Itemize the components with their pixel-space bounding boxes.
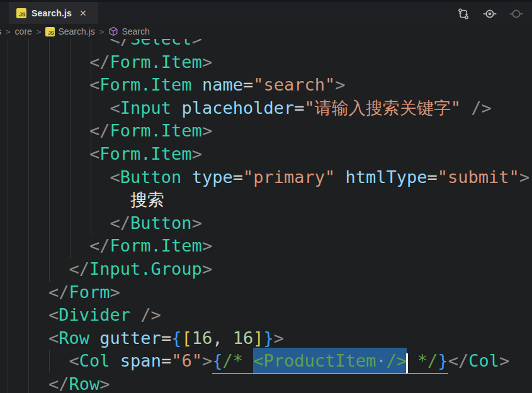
tab-search-js[interactable]: JS Search.js ✕ bbox=[9, 2, 98, 24]
code-token: > bbox=[110, 282, 120, 302]
code-lines[interactable]: </Select> </Form.Item> <Form.Item name="… bbox=[8, 28, 532, 393]
code-token: } bbox=[438, 351, 448, 374]
code-token bbox=[192, 75, 202, 94]
code-token: <ProductItem bbox=[253, 348, 376, 374]
code-token: Form.Item bbox=[110, 121, 202, 140]
code-token: [ bbox=[181, 328, 191, 348]
code-token bbox=[8, 374, 48, 393]
breadcrumb-symbol-label: Search bbox=[122, 26, 149, 36]
code-line[interactable]: <Row gutter={[16, 16]}> bbox=[8, 327, 532, 350]
code-token: </ bbox=[448, 351, 469, 370]
tab-bar: JS Search.js ✕ bbox=[0, 0, 532, 24]
code-token bbox=[110, 351, 120, 370]
code-token bbox=[89, 328, 99, 348]
code-token bbox=[8, 259, 69, 279]
close-tab-icon[interactable]: ✕ bbox=[79, 8, 87, 18]
code-token: · bbox=[376, 348, 386, 374]
code-line[interactable]: </Form.Item> bbox=[8, 235, 532, 258]
code-token: placeholder bbox=[181, 98, 294, 118]
code-token: */ bbox=[407, 351, 438, 374]
code-token: Form.Item bbox=[99, 75, 191, 94]
code-token: Row bbox=[69, 374, 100, 393]
code-token: 16 bbox=[192, 328, 213, 348]
code-token: = bbox=[427, 167, 438, 187]
breadcrumb-item-core[interactable]: core bbox=[15, 26, 32, 36]
code-line[interactable]: <Input placeholder="请输入搜索关键字" /> bbox=[8, 97, 532, 120]
code-token: name bbox=[202, 75, 243, 94]
code-token: Button bbox=[130, 213, 192, 233]
code-token bbox=[8, 190, 130, 209]
symbol-cube-icon bbox=[108, 26, 118, 36]
breadcrumb-clipped-item[interactable]: s bbox=[0, 26, 1, 36]
code-token: /> bbox=[140, 305, 161, 324]
code-token: htmlType bbox=[346, 167, 427, 187]
code-token: > bbox=[519, 167, 529, 187]
code-token: { bbox=[171, 328, 181, 348]
tab-label: Search.js bbox=[31, 8, 72, 18]
code-line[interactable]: </Row> bbox=[8, 373, 532, 393]
code-token: ] bbox=[253, 328, 263, 348]
code-token bbox=[8, 282, 48, 302]
code-line[interactable]: 搜索 bbox=[8, 189, 532, 212]
compare-changes-icon[interactable] bbox=[456, 7, 470, 21]
code-token bbox=[171, 98, 181, 118]
code-token: < bbox=[110, 98, 120, 118]
code-token bbox=[8, 144, 89, 163]
code-token: < bbox=[69, 351, 79, 370]
code-token: } bbox=[264, 328, 274, 348]
code-token bbox=[8, 167, 110, 187]
code-token: /> bbox=[471, 98, 492, 118]
code-line[interactable]: <Button type="primary" htmlType="submit"… bbox=[8, 166, 532, 189]
breadcrumb-item-file[interactable]: JS Search.js bbox=[45, 26, 94, 36]
code-token: < bbox=[89, 75, 99, 94]
javascript-file-icon: JS bbox=[16, 8, 26, 18]
code-token: </ bbox=[48, 374, 69, 393]
extra-editor-action-icon[interactable] bbox=[509, 7, 523, 21]
code-token: { bbox=[212, 351, 222, 374]
code-token: "submit" bbox=[438, 167, 519, 187]
code-token: /> bbox=[387, 348, 407, 374]
code-token bbox=[335, 167, 345, 187]
code-token: < bbox=[89, 144, 99, 163]
code-token: </ bbox=[110, 213, 131, 233]
code-line[interactable]: </Form.Item> bbox=[8, 119, 532, 143]
code-token: = bbox=[243, 75, 253, 94]
code-token: Form.Item bbox=[110, 52, 202, 72]
code-line[interactable]: <Form.Item> bbox=[8, 143, 532, 166]
breadcrumb-separator: > bbox=[37, 27, 42, 36]
open-preview-icon[interactable] bbox=[483, 7, 497, 21]
code-editor[interactable]: </Select> </Form.Item> <Form.Item name="… bbox=[0, 24, 532, 393]
code-token: > bbox=[99, 374, 110, 393]
code-token: type bbox=[192, 167, 233, 187]
code-token: > bbox=[274, 328, 284, 348]
code-line[interactable]: <Divider /> bbox=[8, 304, 532, 327]
code-token: "primary" bbox=[243, 167, 335, 187]
code-line[interactable]: </Input.Group> bbox=[8, 258, 532, 281]
code-line[interactable]: </Form> bbox=[8, 281, 532, 304]
code-token bbox=[8, 121, 89, 140]
code-token: span bbox=[120, 351, 161, 370]
code-token: < bbox=[48, 305, 59, 324]
code-token: > bbox=[202, 259, 212, 279]
code-token bbox=[181, 167, 191, 187]
code-token: Row bbox=[59, 328, 89, 348]
code-token: Input.Group bbox=[89, 259, 202, 279]
code-token: , bbox=[212, 328, 222, 348]
breadcrumb-separator: > bbox=[99, 27, 105, 36]
code-token: "search" bbox=[253, 75, 335, 94]
code-token: Col bbox=[468, 351, 499, 370]
breadcrumb-item-symbol[interactable]: Search bbox=[108, 26, 149, 36]
code-line[interactable]: <Col span="6">{/* <ProductItem·/> */}</C… bbox=[8, 350, 532, 373]
code-token bbox=[8, 98, 110, 118]
javascript-file-icon: JS bbox=[45, 27, 55, 36]
code-token: 16 bbox=[233, 328, 254, 348]
code-token bbox=[8, 305, 48, 324]
code-line[interactable]: </Form.Item> bbox=[8, 51, 532, 74]
code-editor-window: JS Search.js ✕ bbox=[0, 0, 532, 393]
code-token: /* bbox=[222, 351, 253, 374]
code-token bbox=[8, 75, 89, 94]
code-line[interactable]: <Form.Item name="search"> bbox=[8, 74, 532, 97]
code-token: > bbox=[499, 351, 509, 370]
code-line[interactable]: </Button> bbox=[8, 212, 532, 235]
code-token: Col bbox=[79, 351, 110, 370]
